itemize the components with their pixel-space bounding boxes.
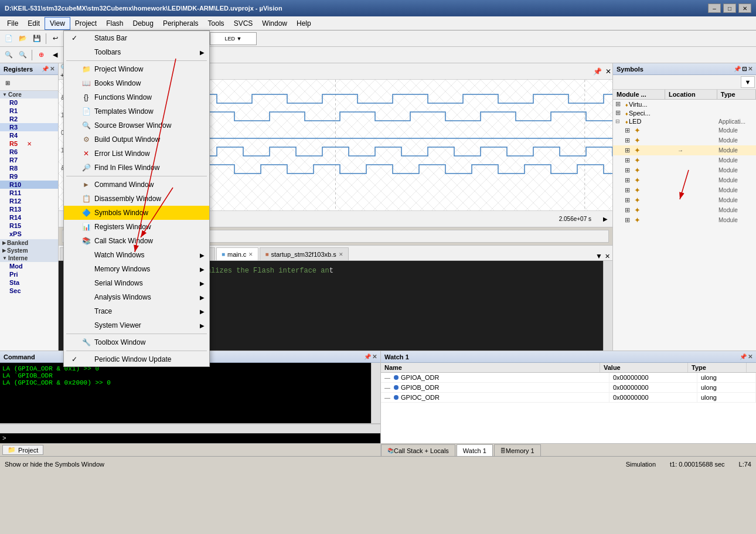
reg-item-r7[interactable]: R7 [0,156,58,164]
menu-entry-source-browser[interactable]: 🔍 Source Browser Window [64,118,209,132]
reg-item-pri[interactable]: Pri [0,270,58,278]
watch-tab-memory1[interactable]: 🗄 Memory 1 [494,444,541,456]
watch-pin-icon[interactable]: 📌 [740,353,747,360]
tb-undo[interactable]: ↩ [49,32,62,45]
menu-entry-serial-windows[interactable]: Serial Windows ▶ [64,276,209,290]
reg-item-r14[interactable]: R14 [0,213,58,222]
sym-led-item4-expand[interactable]: ⊞ [625,157,634,164]
watch-row-2[interactable]: — GPIOB_ODR 0x00000000 ulong [381,383,756,393]
sym-led-item1-expand[interactable]: ⊞ [625,127,634,134]
tb-save[interactable]: 💾 [30,32,43,45]
reg-item-r0[interactable]: R0 [0,98,58,107]
sym-led-item-8[interactable]: ⊞ ✦ Module [613,195,756,205]
tab-startup[interactable]: ■ startup_stm32f103xb.s ✕ [260,247,348,260]
watch-tab-watch1[interactable]: Watch 1 [457,444,493,456]
sym-led-expand[interactable]: ⊟ [615,118,625,124]
reg-item-r9[interactable]: R9 [0,172,58,181]
tab-main[interactable]: ■ main.c ✕ [216,247,258,260]
menu-entry-watch-windows[interactable]: Watch Windows ▶ [64,248,209,262]
menu-entry-periodic-update[interactable]: ✓ Periodic Window Update [64,352,209,366]
menu-entry-books-window[interactable]: 📖 Books Window [64,76,209,90]
menu-entry-call-stack[interactable]: 📚 Call Stack Window [64,234,209,248]
command-pin-icon[interactable]: 📌 [364,353,371,360]
menu-entry-symbols-window[interactable]: 🔷 Symbols Window [64,206,209,220]
command-scrollbar-h[interactable] [0,424,380,433]
menu-entry-memory-windows[interactable]: Memory Windows ▶ [64,262,209,276]
sym-led-item3-expand[interactable]: ⊞ [625,147,634,154]
sym-node-virtu[interactable]: ⊞ ⬧ Virtu... [613,100,756,108]
sym-virtu-expand[interactable]: ⊞ [615,100,625,108]
menu-flash[interactable]: Flash [101,17,128,30]
menu-help[interactable]: Help [292,17,316,30]
tab-main-close[interactable]: ✕ [248,251,253,257]
sym-led-item-1[interactable]: ⊞ ✦ Module [613,125,756,135]
menu-entry-build-output[interactable]: ⚙ Build Output Window [64,132,209,147]
reg-item-sec[interactable]: Sec [0,287,58,295]
wf-scroll-right[interactable]: ▶ [603,216,608,222]
reg-item-r13[interactable]: R13 [0,205,58,213]
menu-debug[interactable]: Debug [128,17,158,30]
reg-section-banked[interactable]: ▶ Banked [0,239,58,247]
sym-led-item8-expand[interactable]: ⊞ [625,196,634,204]
sym-led-item-3[interactable]: ⊞ ✦ → Module [613,145,756,155]
sym-node-speci[interactable]: ⊞ ⬧ Speci... [613,108,756,117]
tab-close-all[interactable]: ✕ [605,253,610,260]
reg-item-r8[interactable]: R8 [0,164,58,172]
tab-dropdown[interactable]: ▼ [595,252,602,260]
symbols-pin-icon[interactable]: 📌 [734,66,741,72]
tb-target-sel[interactable]: LED ▼ [210,32,257,45]
tb-new[interactable]: 📄 [2,32,15,45]
minimize-button[interactable]: – [708,4,721,13]
menu-peripherals[interactable]: Peripherals [158,17,203,30]
reg-section-interne[interactable]: ▼ Interne [0,254,58,262]
reg-item-r6[interactable]: R6 [0,148,58,156]
symbols-close-icon[interactable]: ✕ [748,66,752,72]
sym-led-item-10[interactable]: ⊞ ✦ Module [613,215,756,225]
tb2-back[interactable]: ◀ [49,49,62,62]
watch-row2-expand[interactable]: — [384,385,390,391]
reg-item-xps[interactable]: xPS [0,230,58,238]
sym-dropdown-btn[interactable]: ▼ [741,76,755,88]
project-tab-btn[interactable]: 📁 Project [2,445,43,455]
sym-led-item-7[interactable]: ⊞ ✦ Module [613,185,756,195]
menu-edit[interactable]: Edit [23,17,45,30]
sym-led-item-6[interactable]: ⊞ ✦ Module [613,175,756,185]
sym-led-item-9[interactable]: ⊞ ✦ Module [613,205,756,215]
watch-row-1[interactable]: — GPIOA_ODR 0x00000000 ulong [381,373,756,383]
reg-item-r15[interactable]: R15 [0,222,58,230]
sym-node-led[interactable]: ⊟ ⬧ LED Applicati... [613,117,756,125]
tb-open[interactable]: 📂 [16,32,29,45]
menu-view[interactable]: View [45,17,70,30]
watch-row1-expand[interactable]: — [384,375,390,381]
command-close-icon[interactable]: ✕ [372,353,377,360]
reg-item-r1[interactable]: R1 [0,107,58,115]
registers-pin-icon[interactable]: 📌 [42,66,49,72]
sym-led-item-4[interactable]: ⊞ ✦ Module [613,155,756,165]
menu-entry-toolbox[interactable]: 🔧 Toolbox Window [64,335,209,349]
maximize-button[interactable]: □ [723,4,736,13]
reg-item-sta[interactable]: Sta [0,278,58,287]
menu-entry-registers-window[interactable]: 📊 Registers Window [64,220,209,234]
menu-entry-trace[interactable]: Trace ▶ [64,304,209,318]
reg-item-mod[interactable]: Mod [0,262,58,270]
menu-entry-system-viewer[interactable]: System Viewer ▶ [64,318,209,332]
reg-section-system[interactable]: ▶ System [0,247,58,254]
tab-startup-close[interactable]: ✕ [339,251,343,257]
menu-entry-analysis-windows[interactable]: Analysis Windows ▶ [64,290,209,304]
sym-led-item10-expand[interactable]: ⊞ [625,216,634,224]
reg-item-r2[interactable]: R2 [0,115,58,123]
menu-entry-templates-window[interactable]: 📄 Templates Window [64,104,209,118]
menu-entry-statusbar[interactable]: ✓ Status Bar [64,31,209,45]
menu-window[interactable]: Window [257,17,292,30]
tb2-reset[interactable]: ⊕ [35,49,47,62]
wf-close-icon[interactable]: ✕ [605,67,611,76]
menu-entry-error-list[interactable]: ✕ Error List Window [64,147,209,161]
menu-file[interactable]: File [2,17,23,30]
menu-entry-command-window[interactable]: ► Command Window [64,178,209,192]
reg-tb-btn[interactable]: ⊞ [1,76,14,89]
reg-item-r5[interactable]: R5 ✕ [0,140,58,148]
reg-item-r12[interactable]: R12 [0,197,58,205]
sym-led-item9-expand[interactable]: ⊞ [625,206,634,214]
menu-entry-functions-window[interactable]: {} Functions Window [64,90,209,104]
tb2-zoom-in[interactable]: 🔍 [2,49,15,62]
